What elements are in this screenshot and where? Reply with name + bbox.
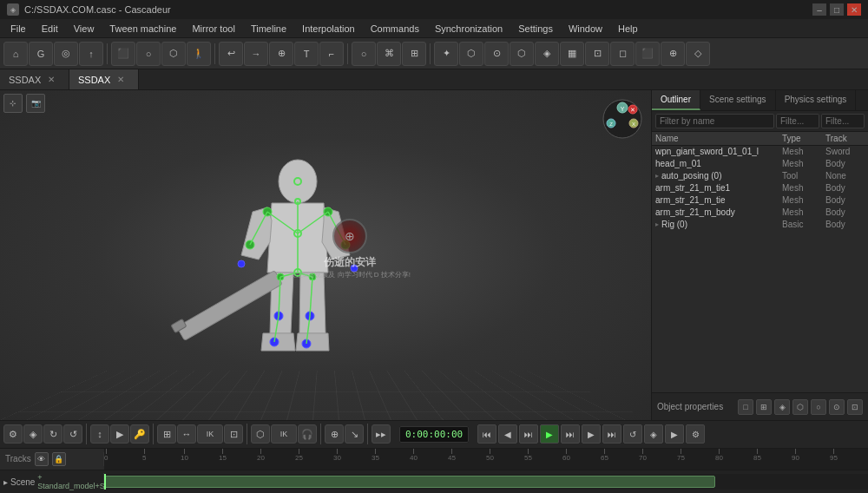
tracks-lock[interactable]: 🔒 xyxy=(52,452,66,466)
tool-e5[interactable]: ◈ xyxy=(535,42,559,66)
tl-tool-3[interactable]: ↻ xyxy=(43,424,62,444)
prop-btn-6[interactable]: ⊙ xyxy=(829,399,845,415)
tab-ssdax-1[interactable]: SSDAX ✕ xyxy=(0,69,69,89)
tl-headphone[interactable]: 🎧 xyxy=(298,424,317,444)
tool-target[interactable]: ◎ xyxy=(54,42,78,66)
tool-e3[interactable]: ⊙ xyxy=(484,42,509,66)
tool-c1[interactable]: ↩ xyxy=(219,42,243,66)
outliner-row[interactable]: arm_str_21_m_bodyMeshBody xyxy=(652,207,868,219)
menu-item-synchronization[interactable]: Synchronization xyxy=(428,22,510,36)
minimize-button[interactable]: – xyxy=(812,3,826,16)
transport-last[interactable]: ⏭ xyxy=(561,424,580,444)
prop-btn-5[interactable]: ○ xyxy=(811,399,826,415)
tool-link[interactable]: ⌘ xyxy=(377,42,401,66)
panel-tab-scene[interactable]: Scene settings xyxy=(700,90,776,110)
row-expand-arrow[interactable]: ▸ xyxy=(655,220,659,228)
transport-next-key[interactable]: ⏭ xyxy=(602,424,621,444)
tab-close-2[interactable]: ✕ xyxy=(115,75,126,85)
title-controls[interactable]: – □ ✕ xyxy=(812,3,861,16)
tl-tool-2[interactable]: ◈ xyxy=(23,424,43,444)
tl-ik[interactable]: IK xyxy=(197,424,223,444)
transport-settings[interactable]: ⚙ xyxy=(686,424,705,444)
panel-tab-physics[interactable]: Physics settings xyxy=(776,90,857,110)
tl-move[interactable]: ↕ xyxy=(90,424,109,444)
filter-input-2[interactable] xyxy=(776,114,819,128)
transport-t2[interactable]: ▶ xyxy=(665,424,684,444)
menu-item-interpolation[interactable]: Interpolation xyxy=(295,22,362,36)
menu-item-tween-machine[interactable]: Tween machine xyxy=(102,22,183,36)
tool-circle[interactable]: ○ xyxy=(352,42,376,66)
tool-e10[interactable]: ⊕ xyxy=(661,42,685,66)
vp-btn-camera[interactable]: 📷 xyxy=(26,94,45,113)
prop-btn-4[interactable]: ⬡ xyxy=(792,399,808,415)
tool-t[interactable]: T xyxy=(294,42,319,66)
outliner-row[interactable]: arm_str_21_m_tie1MeshBody xyxy=(652,182,868,194)
scene-track-bar[interactable] xyxy=(104,474,868,490)
menu-item-help[interactable]: Help xyxy=(611,22,645,36)
tl-t4[interactable]: ⬡ xyxy=(251,424,270,444)
menu-item-mirror-tool[interactable]: Mirror tool xyxy=(185,22,242,36)
tl-t6[interactable]: ↘ xyxy=(345,424,364,444)
transport-first[interactable]: ⏭ xyxy=(519,424,538,444)
tl-t5[interactable]: ⊕ xyxy=(325,424,344,444)
vp-btn-axis[interactable]: ⊹ xyxy=(3,94,23,113)
tl-t1[interactable]: ⊞ xyxy=(157,424,176,444)
outliner-row[interactable]: ▸Rig (0)BasicBody xyxy=(652,219,868,231)
tl-more[interactable]: ▸▸ xyxy=(372,424,391,444)
transport-play[interactable]: ▶ xyxy=(540,424,559,444)
transport-step-back[interactable]: ◀ xyxy=(498,424,517,444)
tool-e11[interactable]: ◇ xyxy=(686,42,710,66)
tl-play[interactable]: ▶ xyxy=(110,424,129,444)
outliner-row[interactable]: arm_str_21_m_tieMeshBody xyxy=(652,194,868,207)
menu-item-window[interactable]: Window xyxy=(562,22,609,36)
tool-bracket[interactable]: ⌐ xyxy=(319,42,344,66)
menu-item-timeline[interactable]: Timeline xyxy=(244,22,293,36)
tl-tool-4[interactable]: ↺ xyxy=(63,424,82,444)
transport-step-fwd[interactable]: ▶ xyxy=(582,424,601,444)
tool-d1[interactable]: ⊞ xyxy=(402,42,426,66)
tl-ik2[interactable]: IK xyxy=(271,424,297,444)
tool-e8[interactable]: ◻ xyxy=(610,42,635,66)
transport-t1[interactable]: ◈ xyxy=(644,424,663,444)
menu-item-edit[interactable]: Edit xyxy=(35,22,65,36)
tool-c2[interactable]: → xyxy=(244,42,268,66)
tool-home[interactable]: ⌂ xyxy=(3,42,28,66)
close-button[interactable]: ✕ xyxy=(847,3,861,16)
menu-item-commands[interactable]: Commands xyxy=(364,22,426,36)
tool-e6[interactable]: ▦ xyxy=(560,42,584,66)
maximize-button[interactable]: □ xyxy=(830,3,844,16)
tool-e1[interactable]: ✦ xyxy=(434,42,458,66)
tool-e7[interactable]: ⊡ xyxy=(585,42,609,66)
tool-e9[interactable]: ⬛ xyxy=(635,42,660,66)
tracks-eye[interactable]: 👁 xyxy=(35,452,49,466)
tool-b3[interactable]: ⬡ xyxy=(161,42,186,66)
menu-item-file[interactable]: File xyxy=(3,22,33,36)
tab-close-1[interactable]: ✕ xyxy=(46,75,56,85)
transport-loop[interactable]: ↺ xyxy=(623,424,642,444)
menu-item-settings[interactable]: Settings xyxy=(511,22,560,36)
prop-btn-3[interactable]: ◈ xyxy=(774,399,790,415)
tool-e2[interactable]: ⬡ xyxy=(459,42,483,66)
panel-tab-outliner[interactable]: Outliner xyxy=(652,90,700,110)
viewport[interactable]: ⊹ 📷 Y X Z ✕ xyxy=(0,90,651,420)
prop-btn-2[interactable]: ⊞ xyxy=(756,399,772,415)
tool-select[interactable]: G xyxy=(29,42,53,66)
outliner-row[interactable]: ▸auto_posing (0)ToolNone xyxy=(652,170,868,182)
prop-btn-7[interactable]: ⊡ xyxy=(847,399,863,415)
tool-arrow[interactable]: ↑ xyxy=(79,42,103,66)
tl-key[interactable]: 🔑 xyxy=(130,424,149,444)
transport-prev-key[interactable]: ⏮ xyxy=(477,424,496,444)
prop-btn-1[interactable]: □ xyxy=(738,399,753,415)
tool-e4[interactable]: ⬡ xyxy=(510,42,534,66)
tl-t3[interactable]: ⊡ xyxy=(224,424,243,444)
tool-c3[interactable]: ⊕ xyxy=(269,42,293,66)
tool-b2[interactable]: ○ xyxy=(136,42,161,66)
filter-input-3[interactable] xyxy=(821,114,865,128)
outliner-row[interactable]: wpn_giant_sword_01_01_lMeshSword xyxy=(652,146,868,158)
tool-b1[interactable]: ⬛ xyxy=(111,42,135,66)
playhead[interactable] xyxy=(104,474,106,490)
row-expand-arrow[interactable]: ▸ xyxy=(655,172,659,180)
scene-expand-arrow[interactable]: ▸ xyxy=(3,477,8,487)
tab-ssdax-2[interactable]: SSDAX ✕ xyxy=(69,69,139,89)
filter-input-name[interactable] xyxy=(655,114,774,128)
